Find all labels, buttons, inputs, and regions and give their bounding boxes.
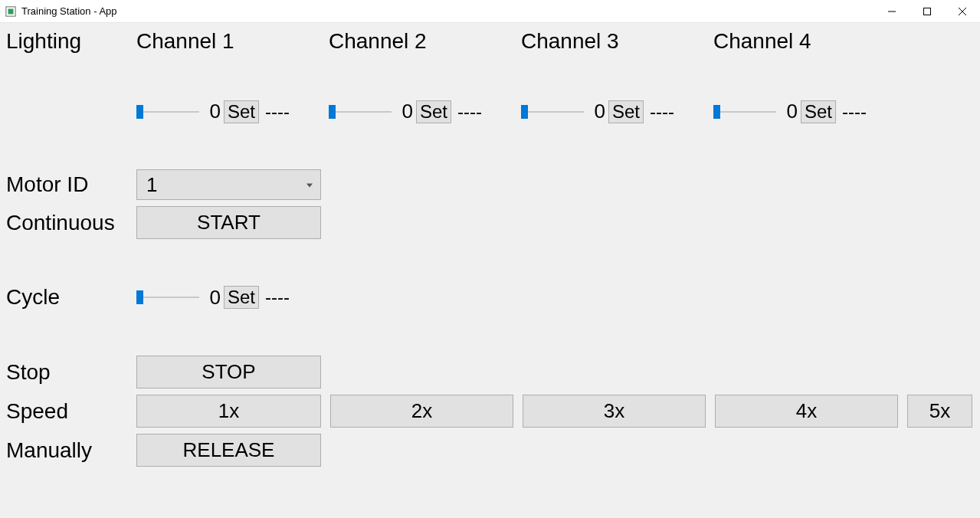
- window-title: Training Station - App: [21, 5, 117, 17]
- motor-id-selected: 1: [146, 173, 157, 197]
- channel-3-slider-group: 0 Set ----: [521, 100, 713, 123]
- motor-id-select[interactable]: 1: [136, 169, 321, 200]
- start-button[interactable]: START: [136, 206, 321, 239]
- continuous-label: Continuous: [6, 211, 136, 235]
- channel-3-status: ----: [647, 101, 674, 123]
- channel-1-label: Channel 1: [136, 29, 329, 54]
- channel-1-slider-group: 0 Set ----: [136, 100, 329, 123]
- cycle-row: Cycle 0 Set ----: [6, 285, 974, 310]
- maximize-button[interactable]: [910, 0, 945, 22]
- motor-id-row: Motor ID 1: [6, 169, 974, 200]
- channel-1-set-button[interactable]: Set: [224, 100, 259, 123]
- channel-slider-row: 0 Set ---- 0 Set ---- 0 Set ---- 0 Set -…: [6, 100, 974, 123]
- titlebar: Training Station - App: [0, 0, 980, 23]
- cycle-label: Cycle: [6, 285, 136, 310]
- channel-4-slider[interactable]: [713, 104, 776, 120]
- stop-row: Stop STOP: [6, 356, 974, 388]
- lighting-label: Lighting: [6, 29, 136, 54]
- cycle-slider[interactable]: [136, 290, 199, 305]
- channel-header-row: Lighting Channel 1 Channel 2 Channel 3 C…: [6, 29, 974, 54]
- content-area: Lighting Channel 1 Channel 2 Channel 3 C…: [0, 23, 980, 479]
- speed-4x-button[interactable]: 4x: [715, 395, 898, 428]
- svg-rect-1: [8, 8, 14, 14]
- speed-5x-button[interactable]: 5x: [907, 395, 972, 428]
- channel-1-slider[interactable]: [136, 104, 199, 120]
- channel-2-slider-group: 0 Set ----: [329, 100, 521, 123]
- channel-3-slider[interactable]: [521, 104, 584, 120]
- cycle-status: ----: [262, 287, 290, 308]
- channel-3-set-button[interactable]: Set: [608, 100, 644, 123]
- manually-row: Manually RELEASE: [6, 434, 974, 467]
- channel-2-value: 0: [395, 100, 413, 123]
- app-icon: [5, 5, 17, 18]
- channel-4-value: 0: [779, 100, 798, 123]
- close-button[interactable]: [945, 0, 980, 22]
- speed-1x-button[interactable]: 1x: [136, 395, 321, 428]
- channel-4-label: Channel 4: [713, 29, 906, 54]
- channel-2-label: Channel 2: [329, 29, 521, 54]
- channel-4-set-button[interactable]: Set: [801, 100, 836, 123]
- window-controls: [874, 0, 980, 22]
- channel-1-value: 0: [202, 100, 221, 123]
- channel-2-status: ----: [454, 101, 482, 123]
- motor-id-label: Motor ID: [6, 172, 136, 197]
- cycle-value: 0: [202, 286, 221, 310]
- minimize-button[interactable]: [874, 0, 910, 22]
- channel-4-status: ----: [839, 101, 867, 123]
- stop-label: Stop: [6, 360, 136, 385]
- channel-1-status: ----: [262, 101, 290, 123]
- speed-row: Speed 1x 2x 3x 4x 5x: [6, 395, 974, 428]
- cycle-set-button[interactable]: Set: [224, 286, 259, 309]
- channel-3-label: Channel 3: [521, 29, 713, 54]
- cycle-slider-group: 0 Set ----: [136, 286, 329, 310]
- channel-2-set-button[interactable]: Set: [416, 100, 451, 123]
- stop-button[interactable]: STOP: [136, 356, 321, 388]
- continuous-row: Continuous START: [6, 206, 974, 239]
- manually-label: Manually: [6, 438, 136, 463]
- release-button[interactable]: RELEASE: [136, 434, 321, 467]
- speed-2x-button[interactable]: 2x: [330, 395, 513, 428]
- speed-label: Speed: [6, 399, 136, 424]
- channel-3-value: 0: [587, 100, 605, 123]
- svg-rect-3: [924, 8, 931, 15]
- channel-2-slider[interactable]: [329, 104, 392, 120]
- speed-3x-button[interactable]: 3x: [523, 395, 706, 428]
- channel-4-slider-group: 0 Set ----: [713, 100, 906, 123]
